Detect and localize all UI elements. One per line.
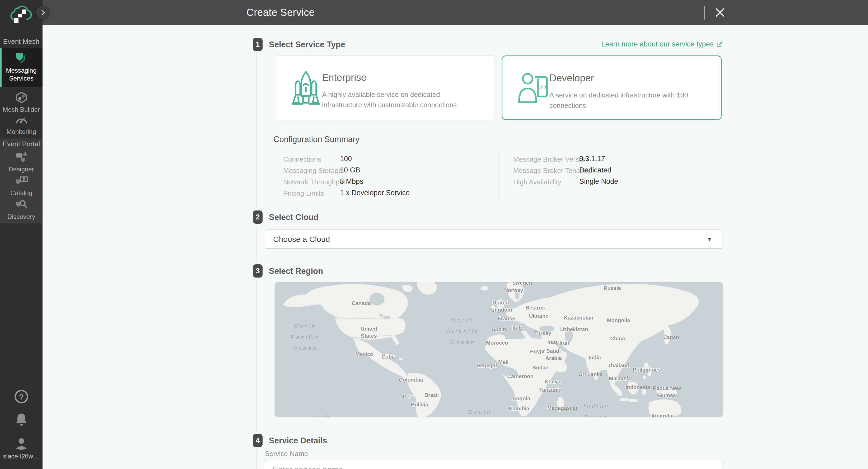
user-menu[interactable] <box>0 436 42 452</box>
map-label-belarus: Belarus <box>525 304 545 311</box>
map-label-sudan: Sudan <box>532 364 549 371</box>
map-label-egypt: Egypt <box>530 348 545 355</box>
sidebar-divider <box>0 223 42 223</box>
sidebar-item-mesh-builder[interactable]: Mesh Builder <box>0 91 42 114</box>
region-map[interactable]: North Pacific OceanNorth Atlantic OceanI… <box>275 282 723 417</box>
map-label-namibia: Namibia <box>509 405 529 412</box>
chevron-down-icon: ▼ <box>707 236 712 243</box>
map-label-mexico: Mexico <box>355 350 373 357</box>
map-label-colombia: Colombia <box>399 376 423 383</box>
sidebar-item-label: Monitoring <box>0 128 42 136</box>
map-label-iran: Iran <box>559 339 569 346</box>
map-label-peru: Peru <box>403 393 414 400</box>
map-label-mongolia: Mongolia <box>607 317 630 324</box>
help-icon: ? <box>14 389 29 404</box>
map-label-china: China <box>610 335 625 342</box>
help-button[interactable]: ? <box>0 389 42 405</box>
map-label-france: France <box>498 315 515 322</box>
service-type-card-enterprise[interactable]: Enterprise A highly available service on… <box>275 56 495 120</box>
page-title: Create Service <box>246 0 315 25</box>
gauge-icon <box>15 114 28 126</box>
chevron-right-icon <box>40 9 46 16</box>
sidebar-item-designer[interactable]: Designer <box>0 151 42 173</box>
service-type-card-developer[interactable]: </> Developer A service on dedicated inf… <box>502 56 722 120</box>
map-label-sri-lanka: Sri Lanka <box>579 371 602 378</box>
map-label-saudi-arabia: Saudi Arabia <box>545 347 562 362</box>
service-name-input[interactable] <box>265 460 722 469</box>
close-button[interactable] <box>712 4 728 20</box>
stepper-rail <box>256 280 257 432</box>
external-link-icon <box>716 41 723 48</box>
discovery-icon <box>14 198 28 211</box>
summary-value: 1 x Developer Service <box>340 189 410 197</box>
summary-value: Single Node <box>579 178 618 186</box>
notifications-button[interactable] <box>0 412 42 428</box>
map-label-cuba: Cuba <box>381 353 395 361</box>
catalog-icon <box>14 175 28 187</box>
map-label-canada: Canada <box>351 300 371 307</box>
sidebar-item-monitoring[interactable]: Monitoring <box>0 114 42 136</box>
card-description: A highly available service on dedicated … <box>322 90 478 110</box>
sidebar-section-event-mesh: Event Mesh <box>0 37 42 46</box>
svg-text:?: ? <box>19 393 24 401</box>
cloud-select[interactable]: Choose a Cloud ▼ <box>265 229 722 249</box>
map-label-japan: Japan <box>664 334 679 341</box>
summary-label: Connections <box>283 155 321 163</box>
map-label-cameroon: Cameroon <box>507 373 534 380</box>
step-1-title: Select Service Type <box>269 40 345 50</box>
step-3-badge: 3 <box>253 264 262 278</box>
map-label-south: South <box>308 412 332 417</box>
map-label-philippines: Philippines <box>633 366 661 373</box>
map-label-north-pacific-ocean: North Pacific Ocean <box>290 321 320 354</box>
hexagon-mesh-icon <box>15 91 28 103</box>
summary-label: High Availability <box>513 178 561 186</box>
map-label-norway: Norway <box>504 286 523 294</box>
svg-text:</>: </> <box>537 84 547 91</box>
sidebar-divider <box>0 138 42 138</box>
map-label-sweden: Sweden <box>512 282 532 286</box>
user-label: slace-l26w… <box>0 452 42 460</box>
summary-label: Pricing Limits <box>283 189 324 197</box>
learn-more-link[interactable]: Learn more about our service types <box>601 40 723 48</box>
stepper-rail <box>256 53 257 208</box>
stepper-rail <box>256 449 257 469</box>
stepper-rail <box>256 226 257 262</box>
map-label-thailand: Thailand <box>608 362 629 369</box>
map-label-italy: Italy <box>513 324 523 332</box>
modal-header: Create Service <box>0 0 868 25</box>
map-label-united-kingdom: United Kingdom <box>489 299 512 313</box>
map-label-spain: Spain <box>492 325 506 333</box>
step-4-title: Service Details <box>269 436 327 445</box>
summary-value: 8 Mbps <box>340 178 364 186</box>
summary-value: Dedicated <box>579 166 612 174</box>
map-label-iraq: Iraq <box>547 338 557 345</box>
step-3-title: Select Region <box>269 267 323 276</box>
map-label-north-atlantic-ocean: North Atlantic Ocean <box>446 314 479 348</box>
summary-value: 10 GB <box>340 166 360 174</box>
map-label-papua-new-guinea: Papua New Guinea <box>653 385 681 399</box>
sidebar-expand-button[interactable] <box>36 6 50 20</box>
sidebar-item-messaging-services[interactable]: Messaging Services <box>0 52 42 83</box>
card-title: Developer <box>550 73 594 84</box>
avatar-icon <box>14 436 29 451</box>
summary-value: 100 <box>340 155 352 163</box>
map-label-morocco: Morocco <box>486 339 508 346</box>
sidebar-item-label: Messaging Services <box>0 67 42 83</box>
map-label-bolivia: Bolivia <box>411 401 428 408</box>
map-label-ukraine: Ukraine <box>529 312 548 319</box>
map-label-united-states: United States <box>361 325 377 340</box>
sidebar-item-catalog[interactable]: Catalog <box>0 175 42 197</box>
map-label-senegal: Senegal <box>476 362 497 369</box>
app-logo[interactable] <box>8 4 34 29</box>
cloud-logo-icon <box>8 4 34 29</box>
sidebar-item-label: Catalog <box>0 189 42 197</box>
map-label-uzbekistan: Uzbekistan <box>560 325 588 333</box>
map-label-malaysia: Malaysia <box>609 375 631 382</box>
sidebar-divider <box>0 33 42 33</box>
map-label-madagascar: Madagascar <box>547 404 578 411</box>
sidebar-item-discovery[interactable]: Discovery <box>0 198 42 221</box>
step-2-title: Select Cloud <box>269 213 318 222</box>
step-4-badge: 4 <box>253 434 262 447</box>
card-description: A service on dedicated infrastructure wi… <box>550 90 705 111</box>
header-divider <box>704 6 705 20</box>
